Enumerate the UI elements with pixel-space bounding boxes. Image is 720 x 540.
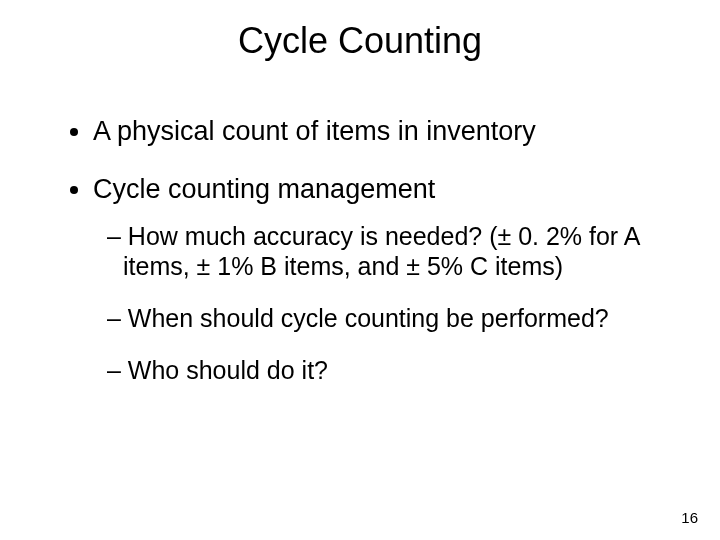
bullet-item: Cycle counting management How much accur… <box>93 173 660 385</box>
bullet-text: Cycle counting management <box>93 174 435 204</box>
page-number: 16 <box>681 509 698 526</box>
slide: Cycle Counting A physical count of items… <box>0 0 720 540</box>
sub-bullet-list: How much accuracy is needed? (± 0. 2% fo… <box>93 221 660 385</box>
bullet-list: A physical count of items in inventory C… <box>65 115 660 385</box>
slide-content: A physical count of items in inventory C… <box>65 115 660 409</box>
sub-bullet-item: Who should do it? <box>107 355 660 385</box>
sub-bullet-item: When should cycle counting be performed? <box>107 303 660 333</box>
slide-title: Cycle Counting <box>0 20 720 62</box>
sub-bullet-item: How much accuracy is needed? (± 0. 2% fo… <box>107 221 660 281</box>
bullet-item: A physical count of items in inventory <box>93 115 660 149</box>
